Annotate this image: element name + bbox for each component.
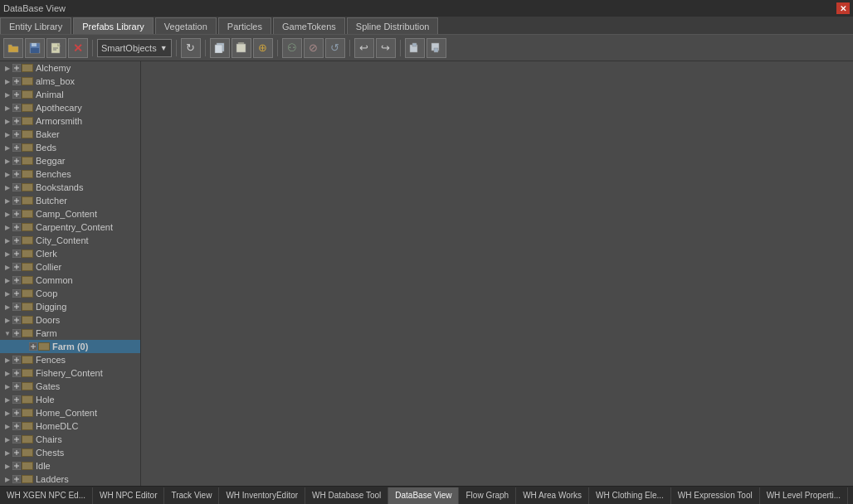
node-icon-common bbox=[12, 275, 22, 285]
new-button[interactable] bbox=[46, 38, 66, 58]
taskbar-item-wh-level-prop[interactable]: WH Level Properti... bbox=[760, 487, 848, 504]
tree-item-fences[interactable]: ▶Fences bbox=[0, 353, 140, 366]
tree-item-label-bookstands: Bookstands bbox=[36, 182, 83, 192]
tree-item-chairs[interactable]: ▶Chairs bbox=[0, 433, 140, 446]
expand-icon-idle: ▶ bbox=[3, 462, 12, 470]
smartobjects-dropdown[interactable]: SmartObjects ▼ bbox=[97, 39, 172, 57]
tree-item-benches[interactable]: ▶Benches bbox=[0, 167, 140, 181]
taskbar-item-wh-area-works[interactable]: WH Area Works bbox=[516, 487, 589, 504]
tree-item-chests[interactable]: ▶Chests bbox=[0, 446, 140, 459]
tree-item-armorsmith[interactable]: ▶Armorsmith bbox=[0, 114, 140, 128]
unlink-button[interactable]: ⊘ bbox=[304, 38, 324, 58]
taskbar-item-wh-database[interactable]: WH Database Tool bbox=[305, 487, 388, 504]
export-button[interactable] bbox=[405, 38, 425, 58]
tree-item-fishery_content[interactable]: ▶Fishery_Content bbox=[0, 366, 140, 380]
tree-item-alchemy[interactable]: ▶Alchemy bbox=[0, 61, 140, 75]
taskbar-item-wh-xgen-npc[interactable]: WH XGEN NPC Ed... bbox=[0, 487, 93, 504]
tree-item-label-common: Common bbox=[36, 275, 73, 285]
tree-item-beggar[interactable]: ▶Beggar bbox=[0, 154, 140, 167]
tree-item-doors[interactable]: ▶Doors bbox=[0, 313, 140, 327]
tree-item-camp_content[interactable]: ▶Camp_Content bbox=[0, 207, 140, 220]
paste-button[interactable] bbox=[232, 38, 251, 58]
taskbar-item-database-view[interactable]: DataBase View bbox=[388, 487, 459, 504]
tree-item-home_content[interactable]: ▶Home_Content bbox=[0, 406, 140, 419]
taskbar-item-wh-clothing[interactable]: WH Clothing Ele... bbox=[589, 487, 671, 504]
tree-item-hole[interactable]: ▶Hole bbox=[0, 393, 140, 406]
tree-item-alms_box[interactable]: ▶alms_box bbox=[0, 75, 140, 88]
tree-item-carpentry_content[interactable]: ▶Carpentry_Content bbox=[0, 220, 140, 234]
delete-button[interactable]: ✕ bbox=[68, 38, 88, 58]
expand-icon-animal: ▶ bbox=[3, 90, 12, 99]
tree-item-farm[interactable]: ▼Farm bbox=[0, 327, 140, 340]
tree-item-bookstands[interactable]: ▶Bookstands bbox=[0, 181, 140, 194]
folder-icon-city_content bbox=[22, 236, 33, 245]
link-button[interactable]: ⚇ bbox=[282, 38, 302, 58]
expand-icon-fishery_content: ▶ bbox=[3, 369, 12, 377]
separator-4 bbox=[277, 40, 278, 56]
tree-item-farm_0[interactable]: Farm (0) bbox=[0, 340, 140, 353]
tree-item-label-chairs: Chairs bbox=[36, 434, 62, 444]
node-icon-camp_content bbox=[12, 209, 22, 219]
tree-item-ladders[interactable]: ▶Ladders bbox=[0, 472, 140, 486]
tree-item-apothecary[interactable]: ▶Apothecary bbox=[0, 101, 140, 114]
tree-item-common[interactable]: ▶Common bbox=[0, 274, 140, 287]
undo-button[interactable]: ↩ bbox=[354, 38, 374, 58]
tree-item-animal[interactable]: ▶Animal bbox=[0, 88, 140, 101]
expand-icon-alms_box: ▶ bbox=[3, 77, 12, 85]
taskbar-item-wh-expression[interactable]: WH Expression Tool bbox=[671, 487, 760, 504]
tab-vegetation[interactable]: Vegetation bbox=[155, 17, 217, 34]
import-button[interactable] bbox=[426, 38, 446, 58]
tab-spline-distribution[interactable]: Spline Distribution bbox=[347, 17, 439, 34]
folder-icon-farm_0 bbox=[38, 342, 50, 351]
tree-item-label-hole: Hole bbox=[36, 395, 55, 405]
tree-item-label-collier: Collier bbox=[36, 262, 61, 272]
expand-icon-beds: ▶ bbox=[3, 143, 12, 152]
open-folder-button[interactable] bbox=[3, 38, 23, 58]
tree-item-butcher[interactable]: ▶Butcher bbox=[0, 194, 140, 207]
taskbar-item-wh-inventory[interactable]: WH InventoryEditor bbox=[219, 487, 305, 504]
taskbar-item-flow-graph[interactable]: Flow Graph bbox=[459, 487, 516, 504]
svg-rect-2 bbox=[31, 48, 39, 53]
tree-item-beds[interactable]: ▶Beds bbox=[0, 141, 140, 154]
tree-item-label-benches: Benches bbox=[36, 169, 71, 179]
tree-item-label-coop: Coop bbox=[36, 288, 57, 298]
close-button[interactable]: ✕ bbox=[836, 2, 850, 14]
folder-icon-alchemy bbox=[22, 64, 33, 72]
clone-button[interactable]: ⊕ bbox=[253, 38, 273, 58]
taskbar-item-wh-npc-editor[interactable]: WH NPC Editor bbox=[93, 487, 164, 504]
tab-game-tokens[interactable]: GameTokens bbox=[273, 17, 345, 34]
refresh-button[interactable]: ↻ bbox=[181, 38, 201, 58]
save-button[interactable] bbox=[25, 38, 45, 58]
tab-particles[interactable]: Particles bbox=[218, 17, 271, 34]
redo-button[interactable]: ↪ bbox=[376, 38, 396, 58]
folder-icon-baker bbox=[22, 130, 33, 138]
tree-item-label-homedlc: HomeDLC bbox=[36, 421, 78, 431]
folder-icon-benches bbox=[22, 170, 33, 178]
tree-item-gates[interactable]: ▶Gates bbox=[0, 380, 140, 393]
tree-item-baker[interactable]: ▶Baker bbox=[0, 128, 140, 141]
tree-item-label-farm: Farm bbox=[36, 328, 57, 338]
right-panel bbox=[141, 61, 853, 486]
node-icon-armorsmith bbox=[12, 116, 22, 126]
tree-item-city_content[interactable]: ▶City_Content bbox=[0, 234, 140, 247]
tree-item-coop[interactable]: ▶Coop bbox=[0, 287, 140, 300]
folder-icon-beggar bbox=[22, 157, 33, 165]
tree-item-clerk[interactable]: ▶Clerk bbox=[0, 247, 140, 260]
tree-item-label-alms_box: alms_box bbox=[36, 76, 75, 86]
folder-icon-carpentry_content bbox=[22, 223, 33, 231]
tree-container[interactable]: ▶Alchemy▶alms_box▶Animal▶Apothecary▶Armo… bbox=[0, 61, 140, 486]
tab-entity-library[interactable]: Entity Library bbox=[0, 17, 71, 34]
folder-icon-bookstands bbox=[22, 183, 33, 191]
relink-button[interactable]: ↺ bbox=[325, 38, 345, 58]
tree-item-idle[interactable]: ▶Idle bbox=[0, 459, 140, 472]
node-icon-carpentry_content bbox=[12, 222, 22, 232]
tree-item-collier[interactable]: ▶Collier bbox=[0, 260, 140, 274]
taskbar-item-track-view[interactable]: Track View bbox=[164, 487, 219, 504]
copy-button[interactable] bbox=[210, 38, 230, 58]
taskbar-item-wh-objects-stat[interactable]: WH Objects Statis... bbox=[848, 487, 853, 504]
tree-item-digging[interactable]: ▶Digging bbox=[0, 300, 140, 313]
tab-prefabs-library[interactable]: Prefabs Library bbox=[73, 17, 154, 34]
tree-item-homedlc[interactable]: ▶HomeDLC bbox=[0, 419, 140, 433]
node-icon-chairs bbox=[12, 434, 22, 444]
node-icon-benches bbox=[12, 169, 22, 179]
